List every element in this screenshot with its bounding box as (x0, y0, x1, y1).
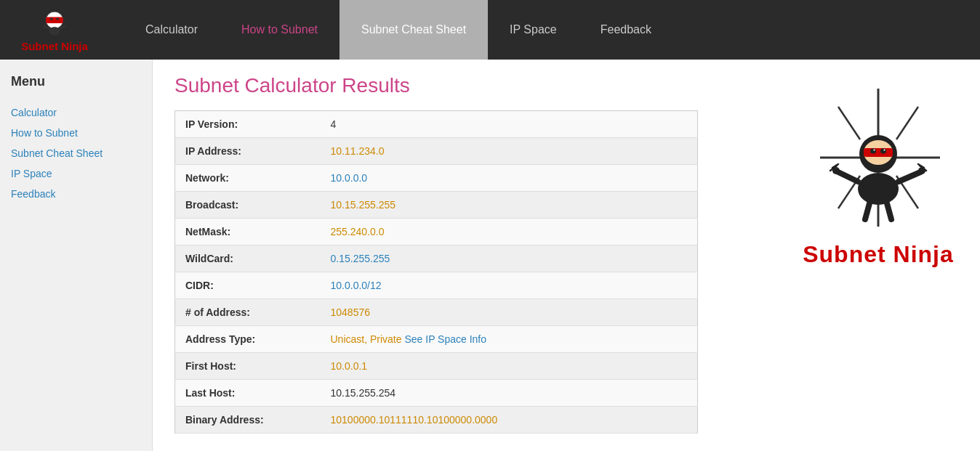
svg-line-33 (865, 203, 869, 219)
row-label: Address Type: (175, 326, 321, 353)
row-label: Binary Address: (175, 407, 321, 434)
sidebar-item-feedback[interactable]: Feedback (11, 184, 141, 204)
svg-point-21 (870, 149, 876, 154)
logo[interactable]: Subnet Ninja (15, 8, 95, 52)
svg-line-6 (44, 26, 49, 28)
row-value[interactable]: Unicast, Private See IP Space Info (321, 326, 698, 353)
table-row: CIDR:10.0.0.0/12 (175, 272, 698, 299)
svg-line-7 (60, 26, 65, 28)
row-value: 10.0.0.0 (321, 165, 698, 192)
table-row: First Host:10.0.0.1 (175, 353, 698, 380)
sidebar: Menu Calculator How to Subnet Subnet Che… (0, 60, 153, 451)
svg-point-4 (56, 17, 59, 20)
row-label: WildCard: (175, 245, 321, 272)
table-row: NetMask:255.240.0.0 (175, 219, 698, 245)
nav-how-to-subnet[interactable]: How to Subnet (220, 0, 340, 60)
sidebar-item-calculator[interactable]: Calculator (11, 102, 141, 123)
main-content: Subnet Calculator Results IP Version:4IP… (153, 60, 776, 451)
nav-subnet-cheat-sheet[interactable]: Subnet Cheat Sheet (340, 0, 488, 60)
sidebar-item-subnet-cheat-sheet[interactable]: Subnet Cheat Sheet (11, 143, 141, 163)
nav-calculator[interactable]: Calculator (124, 0, 220, 60)
row-value: 10.0.0.1 (321, 353, 698, 380)
page-layout: Menu Calculator How to Subnet Subnet Che… (0, 60, 980, 451)
table-row: # of Address:1048576 (175, 299, 698, 326)
sidebar-item-ip-space[interactable]: IP Space (11, 163, 141, 184)
svg-rect-20 (864, 148, 893, 157)
sidebar-title: Menu (11, 74, 141, 89)
row-label: Network: (175, 165, 321, 192)
page-title: Subnet Calculator Results (174, 74, 755, 97)
row-label: Broadcast: (175, 192, 321, 219)
row-value: 10.11.234.0 (321, 138, 698, 165)
svg-rect-2 (46, 17, 63, 23)
table-row: Broadcast:10.15.255.255 (175, 192, 698, 219)
svg-point-3 (50, 17, 53, 20)
row-label: # of Address: (175, 299, 321, 326)
right-logo: Subnet Ninja (776, 60, 980, 451)
svg-line-26 (899, 172, 920, 182)
ninja-logo-image (798, 81, 958, 234)
right-logo-ninja: Ninja (893, 241, 954, 267)
nav-links: Calculator How to Subnet Subnet Cheat Sh… (124, 0, 965, 60)
table-row: WildCard:0.15.255.255 (175, 245, 698, 272)
row-value: 255.240.0.0 (321, 219, 698, 245)
logo-subnet: Subnet (21, 40, 58, 52)
row-label: Last Host: (175, 380, 321, 407)
table-row: Network:10.0.0.0 (175, 165, 698, 192)
table-row: Address Type:Unicast, Private See IP Spa… (175, 326, 698, 353)
svg-point-24 (883, 150, 885, 151)
row-label: CIDR: (175, 272, 321, 299)
row-label: NetMask: (175, 219, 321, 245)
logo-icon (39, 8, 70, 38)
row-label: IP Version: (175, 111, 321, 138)
table-row: Binary Address:10100000.10111110.1010000… (175, 407, 698, 434)
row-label: IP Address: (175, 138, 321, 165)
svg-point-17 (858, 173, 899, 205)
table-row: Last Host:10.15.255.254 (175, 380, 698, 407)
results-table: IP Version:4IP Address:10.11.234.0Networ… (174, 110, 698, 434)
right-logo-text: Subnet Ninja (803, 241, 954, 268)
row-value: 10100000.10111110.10100000.0000 (321, 407, 698, 434)
right-logo-subnet: Subnet (803, 241, 885, 267)
navbar: Subnet Ninja Calculator How to Subnet Su… (0, 0, 980, 60)
logo-text: Subnet Ninja (21, 40, 88, 52)
row-value: 1048576 (321, 299, 698, 326)
svg-line-34 (887, 203, 891, 219)
svg-point-22 (880, 149, 886, 154)
row-value: 0.15.255.255 (321, 245, 698, 272)
logo-ninja: Ninja (61, 40, 88, 52)
row-value: 10.0.0.0/12 (321, 272, 698, 299)
svg-point-23 (873, 150, 875, 151)
nav-feedback[interactable]: Feedback (579, 0, 673, 60)
svg-line-25 (838, 172, 858, 182)
nav-ip-space[interactable]: IP Space (488, 0, 579, 60)
row-value: 4 (321, 111, 698, 138)
svg-line-12 (838, 107, 860, 139)
see-ip-space-link[interactable]: See IP Space Info (404, 333, 486, 345)
row-value: 10.15.255.255 (321, 192, 698, 219)
table-row: IP Version:4 (175, 111, 698, 138)
row-value: 10.15.255.254 (321, 380, 698, 407)
row-label: First Host: (175, 353, 321, 380)
sidebar-item-how-to-subnet[interactable]: How to Subnet (11, 123, 141, 143)
table-row: IP Address:10.11.234.0 (175, 138, 698, 165)
svg-line-13 (896, 107, 918, 139)
svg-point-5 (49, 27, 60, 36)
